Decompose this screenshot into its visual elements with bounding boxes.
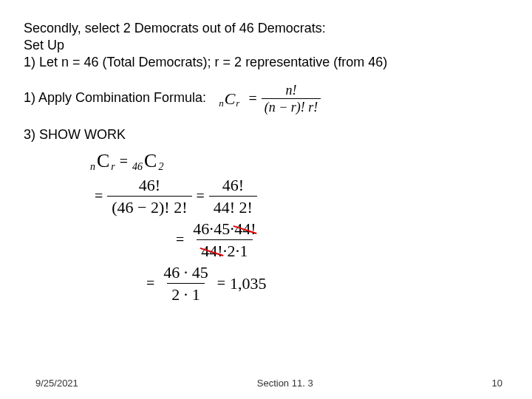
w1-rC: C — [144, 150, 157, 172]
formula-postsub: r — [236, 98, 239, 109]
w1-lC: C — [97, 150, 109, 172]
w4-den: 2 · 1 — [167, 283, 205, 303]
combination-formula: n C r = n! (n − r)! r! — [219, 83, 321, 114]
w1-lpost: r — [111, 161, 115, 173]
setup-label: Set Up — [24, 38, 508, 53]
formula-num: n! — [282, 83, 299, 98]
w3-frac: 46·45·44! 44!·2·1 — [188, 220, 260, 259]
w4-eq: = — [146, 275, 154, 292]
w2-frac1: 46! (46 − 2)! 2! — [107, 177, 191, 216]
step-2-label: 1) Apply Combination Formula: — [24, 90, 206, 105]
footer-date: 9/25/2021 — [35, 378, 78, 389]
step-1: 1) Let n = 46 (Total Democrats); r = 2 r… — [24, 55, 508, 70]
w4-eq2: = — [217, 275, 225, 292]
formula-c: C — [225, 89, 236, 109]
w2-num2: 46! — [218, 177, 248, 196]
formula-presub: n — [219, 98, 224, 109]
work-line-3: = 46·45·44! 44!·2·1 — [171, 220, 508, 259]
w2-frac2: 46! 44! 2! — [209, 177, 257, 216]
w4-result: 1,035 — [230, 274, 267, 293]
formula-den: (n − r)! r! — [262, 98, 321, 114]
w3-num: 46·45·44! — [188, 220, 260, 239]
formula-fraction: n! (n − r)! r! — [262, 83, 321, 114]
footer-page: 10 — [492, 378, 502, 389]
w3-num-cancel: 44! — [234, 220, 256, 237]
w2-den2: 44! 2! — [209, 196, 257, 216]
w4-num: 46 · 45 — [159, 264, 213, 283]
w1-lpre: n — [90, 161, 95, 173]
w3-den: 44!·2·1 — [197, 239, 252, 259]
step-2: 1) Apply Combination Formula: n C r = n!… — [24, 83, 508, 114]
footer: 9/25/2021 Section 11. 3 10 — [0, 378, 532, 389]
heading: Secondly, select 2 Democrats out of 46 D… — [24, 21, 508, 36]
work-line-2: = 46! (46 − 2)! 2! = 46! 44! 2! — [90, 177, 508, 216]
w1-rpre: 46 — [132, 161, 143, 173]
w3-den-cancel: 44! — [201, 242, 222, 259]
work-line-4: = 46 · 45 2 · 1 = 1,035 — [142, 264, 508, 303]
w2-den1: (46 − 2)! 2! — [107, 196, 191, 216]
w2-eq: = — [95, 188, 103, 205]
w1-eq: = — [120, 153, 128, 170]
w4-frac: 46 · 45 2 · 1 — [159, 264, 213, 303]
w3-num-b: 45 — [214, 219, 230, 238]
w2-num1: 46! — [134, 177, 165, 196]
work-line-1: n C r = 46 C 2 — [90, 150, 508, 172]
work-area: n C r = 46 C 2 = 46! (46 − 2)! 2! = 46! … — [90, 150, 508, 304]
formula-eq: = — [248, 90, 256, 107]
step-3-label: 3) SHOW WORK — [24, 127, 508, 143]
w3-den-b: 1 — [240, 242, 248, 260]
footer-section: Section 11. 3 — [257, 378, 313, 389]
w3-eq: = — [176, 231, 184, 248]
w3-num-a: 46 — [193, 219, 209, 238]
w3-den-a: 2 — [228, 242, 236, 260]
w1-rpost: 2 — [158, 161, 163, 173]
w2-eq2: = — [197, 188, 205, 205]
